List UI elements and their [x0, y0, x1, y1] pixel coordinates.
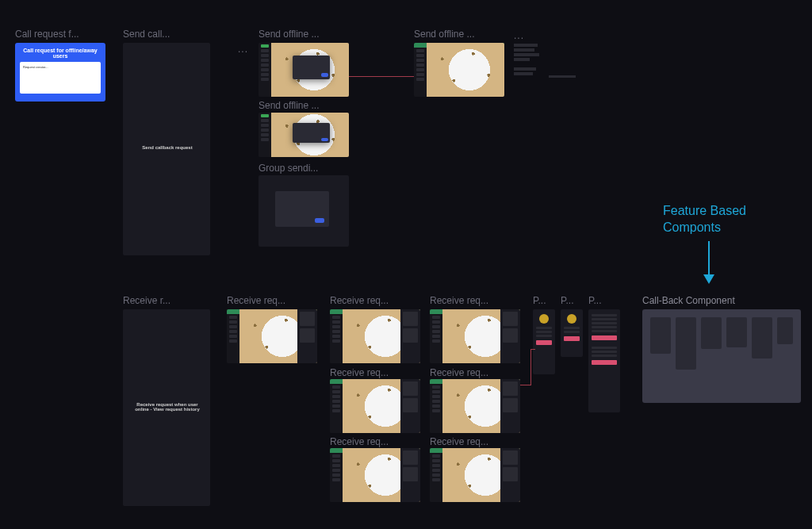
mock-req-e[interactable]	[430, 379, 520, 433]
mock-req-b[interactable]	[330, 309, 420, 363]
frame-label-send-offline-c[interactable]: Send offline ...	[414, 29, 500, 40]
mock-req-d[interactable]	[330, 379, 420, 433]
frame-label-group-sending[interactable]: Group sendi...	[259, 163, 344, 174]
panel-b[interactable]	[561, 309, 583, 357]
mock-send-offline-b[interactable]	[259, 113, 349, 157]
frame-label-req-a[interactable]: Receive req...	[227, 295, 312, 306]
send-callback-text: Send callback request	[132, 145, 203, 150]
connector-line-2	[520, 385, 531, 385]
frame-label-receive[interactable]: Receive r...	[123, 295, 209, 306]
receive-body-text: Receive request when user online - View …	[132, 402, 203, 412]
frame-label-req-c[interactable]: Receive req...	[430, 295, 515, 306]
connector-line-3	[530, 349, 531, 385]
frame-label-send-call[interactable]: Send call...	[123, 29, 209, 40]
misc-tiny-labels-2	[549, 75, 580, 79]
mock-group-sending[interactable]	[259, 175, 349, 247]
misc-tiny-labels	[514, 44, 546, 77]
mock-req-f[interactable]	[330, 448, 420, 502]
callback-component-frame[interactable]	[642, 309, 801, 403]
frame-label-send-offline-b[interactable]: Send offline ...	[259, 100, 344, 111]
more-dots-icon-2[interactable]: ...	[514, 30, 524, 41]
frame-label-panel-b[interactable]: P...	[561, 295, 580, 306]
annotation-line1: Feature Based	[663, 204, 746, 218]
arrow-down-icon	[699, 240, 718, 286]
card-title: Call request for offline/away users	[20, 48, 101, 59]
annotation-line2: Componts	[663, 220, 721, 235]
mock-req-c[interactable]	[430, 309, 520, 363]
frame-label-req-g[interactable]: Receive req...	[430, 436, 515, 447]
mock-req-a[interactable]	[227, 309, 317, 363]
frame-label-component[interactable]: Call-Back Component	[642, 295, 785, 306]
frame-label-send-offline-a[interactable]: Send offline ...	[259, 29, 344, 40]
svg-marker-1	[703, 274, 714, 284]
mock-send-offline-c[interactable]	[414, 43, 504, 97]
panel-a[interactable]	[533, 309, 555, 374]
frame-label-req-e[interactable]: Receive req...	[430, 367, 515, 378]
panel-c[interactable]	[588, 309, 620, 412]
frame-label-req-f[interactable]: Receive req...	[330, 436, 416, 447]
frame-label-panel-a[interactable]: P...	[533, 295, 552, 306]
frame-label-panel-c[interactable]: P...	[588, 295, 607, 306]
more-dots-icon[interactable]: ...	[238, 44, 248, 55]
frame-label-req-b[interactable]: Receive req...	[330, 295, 416, 306]
mock-send-offline-a[interactable]	[259, 43, 349, 97]
frame-label-call-request[interactable]: Call request f...	[15, 29, 102, 40]
frame-label-req-d[interactable]: Receive req...	[330, 367, 416, 378]
connector-line	[349, 76, 414, 77]
card-body: Request creator...	[20, 62, 101, 94]
connector-line-4	[530, 349, 535, 350]
mock-req-g[interactable]	[430, 448, 520, 502]
card-call-request[interactable]: Call request for offline/away users Requ…	[15, 43, 105, 102]
